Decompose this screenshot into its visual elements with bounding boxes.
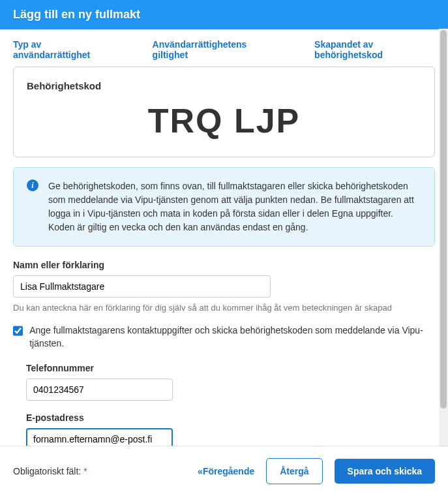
send-contact-checkbox[interactable] — [13, 326, 23, 336]
previous-button[interactable]: « Föregående — [198, 466, 254, 476]
code-label: Behörighetskod — [27, 80, 421, 91]
cancel-button[interactable]: Återgå — [266, 458, 322, 484]
name-field-group: Namn eller förklaring Du kan anteckna hä… — [13, 260, 435, 313]
phone-label: Telefonnummer — [26, 363, 435, 373]
step-type[interactable]: Typ av användarrättighet — [13, 39, 113, 60]
content-area: Typ av användarrättighet Användarrättigh… — [0, 29, 448, 457]
info-icon: i — [27, 179, 38, 191]
phone-field-group: Telefonnummer — [26, 363, 435, 401]
wizard-steps: Typ av användarrättighet Användarrättigh… — [0, 29, 448, 67]
contact-fields: Telefonnummer E-postadress — [13, 363, 435, 450]
required-field-indicator: Obligatoriskt fält: * — [13, 466, 198, 476]
scrollbar-thumb[interactable] — [440, 30, 447, 409]
name-input[interactable] — [13, 275, 271, 298]
name-label: Namn eller förklaring — [13, 260, 435, 270]
send-contact-row: Ange fullmaktstagarens kontaktuppgifter … — [13, 324, 435, 350]
step-code[interactable]: Skapandet av behörighetskod — [314, 39, 435, 60]
main-content: Behörighetskod TRQ LJP i Ge behörighetsk… — [0, 67, 448, 457]
chevron-left-icon: « — [198, 466, 200, 476]
scrollbar-track[interactable] — [439, 29, 448, 455]
dialog-title: Lägg till en ny fullmakt — [0, 0, 448, 29]
dialog-footer: Obligatoriskt fält: * « Föregående Återg… — [0, 446, 448, 496]
email-label: E-postadress — [26, 412, 435, 423]
name-help-text: Du kan anteckna här en förklaring för di… — [13, 303, 435, 313]
phone-input[interactable] — [26, 379, 173, 401]
authorization-code: TRQ LJP — [27, 95, 421, 144]
send-contact-label[interactable]: Ange fullmaktstagarens kontaktuppgifter … — [29, 324, 435, 350]
info-message: i Ge behörighetskoden, som finns ovan, t… — [13, 167, 435, 247]
submit-button[interactable]: Spara och skicka — [335, 459, 435, 484]
asterisk-icon: * — [83, 466, 87, 476]
footer-actions: « Föregående Återgå Spara och skicka — [198, 458, 435, 484]
authorization-code-panel: Behörighetskod TRQ LJP — [13, 67, 435, 157]
info-text: Ge behörighetskoden, som finns ovan, til… — [48, 179, 421, 234]
email-field-group: E-postadress — [26, 412, 435, 450]
step-validity[interactable]: Användarrättighetens giltighet — [153, 39, 275, 60]
